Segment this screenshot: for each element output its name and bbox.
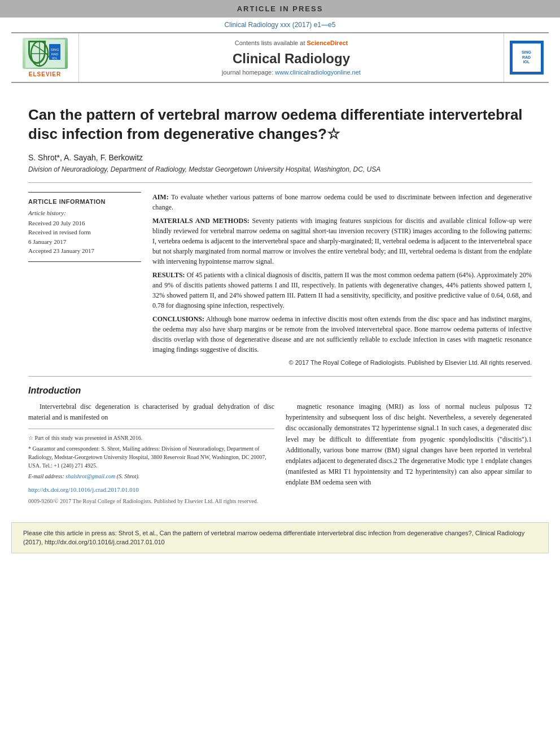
authors: S. Shrot*, A. Sayah, F. Berkowitz <box>28 153 532 162</box>
copyright-line: © 2017 The Royal College of Radiologists… <box>152 358 532 368</box>
radiology-logo-inner: SINGRADIOL <box>513 43 541 72</box>
footnotes-area: ☆ Part of this study was presented in AS… <box>28 429 274 505</box>
doi-link[interactable]: http://dx.doi.org/10.1016/j.crad.2017.01… <box>28 485 274 495</box>
journal-logo-section: SINGRADIOL <box>504 33 549 82</box>
intro-left-paragraph: Intervertebral disc degeneration is char… <box>28 401 274 423</box>
article-history-label: Article history: <box>28 209 141 216</box>
section-divider-2 <box>28 376 532 377</box>
authors-text: S. Shrot*, A. Sayah, F. Berkowitz <box>28 153 143 162</box>
article-revised-date: 6 January 2017 <box>28 237 141 247</box>
citation-bar: Please cite this article in press as: Sh… <box>11 522 549 553</box>
journal-homepage-prefix: journal homepage: <box>222 69 275 76</box>
radiology-logo-text: SINGRADIOL <box>522 50 531 64</box>
affiliation: Division of Neuroradiology, Department o… <box>28 165 532 173</box>
citation-text: Please cite this article in press as: Sh… <box>23 530 524 546</box>
elsevier-logo-image: SING RAD IOL <box>23 38 68 69</box>
results-paragraph: RESULTS: Of 45 patients with a clinical … <box>152 270 532 311</box>
footnote-star: ☆ Part of this study was presented in AS… <box>28 434 274 442</box>
conclusions-paragraph: CONCLUSIONS: Although bone marrow oedema… <box>152 314 532 355</box>
introduction-heading: Introduction <box>28 386 532 396</box>
article-info-title: ARTICLE INFORMATION <box>28 198 141 205</box>
science-direct-link[interactable]: ScienceDirect <box>307 40 348 46</box>
conclusions-text: Although bone marrow oedema in infective… <box>152 315 532 353</box>
results-text: Of 45 patients with a clinical diagnosis… <box>152 271 532 309</box>
right-column: AIM: To evaluate whether various pattern… <box>152 192 532 368</box>
abstract-section: AIM: To evaluate whether various pattern… <box>152 192 532 368</box>
footnote-asterisk: * Guarantor and correspondent: S. Shrot,… <box>28 444 274 470</box>
science-direct-line: Contents lists available at ScienceDirec… <box>235 40 348 46</box>
aim-label: AIM: <box>152 193 169 201</box>
issn-line: 0009-9260/© 2017 The Royal College of Ra… <box>28 497 274 505</box>
radiology-logo: SINGRADIOL <box>510 41 544 75</box>
svg-text:SING: SING <box>50 48 59 51</box>
aim-text: To evaluate whether various patterns of … <box>152 193 532 211</box>
results-label: RESULTS: <box>152 271 185 279</box>
left-column: ARTICLE INFORMATION Article history: Rec… <box>28 192 141 368</box>
journal-homepage-line: journal homepage: www.clinicalradiologyo… <box>222 69 361 76</box>
elsevier-logo-section: SING RAD IOL ELSEVIER <box>11 33 79 82</box>
article-received-date: Received 20 July 2016 <box>28 219 141 228</box>
journal-title-header: Clinical Radiology <box>233 51 350 67</box>
intro-left-column: Intervertebral disc degeneration is char… <box>28 401 274 505</box>
intro-right-paragraph: magnetic resonance imaging (MRI) as loss… <box>286 401 532 488</box>
email-label: E-mail address: <box>28 473 64 479</box>
article-in-press-banner: ARTICLE IN PRESS <box>0 0 560 18</box>
section-divider-1 <box>28 182 532 183</box>
banner-text: ARTICLE IN PRESS <box>237 5 323 13</box>
article-body: Can the pattern of vertebral marrow oede… <box>0 83 560 517</box>
elsevier-logo: SING RAD IOL ELSEVIER <box>23 38 68 77</box>
materials-paragraph: MATERIALS AND METHODS: Seventy patients … <box>152 216 532 267</box>
materials-label: MATERIALS AND METHODS: <box>152 217 250 225</box>
introduction-section: Introduction Intervertebral disc degener… <box>28 386 532 505</box>
email-person: (S. Shrot). <box>117 473 139 479</box>
journal-homepage-url[interactable]: www.clinicalradiologyonline.net <box>275 69 361 76</box>
footnote-email: E-mail address: shalshrot@gmail.com (S. … <box>28 472 274 480</box>
svg-text:RAD: RAD <box>51 53 58 56</box>
article-info-box: ARTICLE INFORMATION Article history: Rec… <box>28 192 141 262</box>
article-accepted-date: Accepted 23 January 2017 <box>28 246 141 256</box>
two-column-intro: Intervertebral disc degeneration is char… <box>28 401 532 505</box>
journal-ref-text: Clinical Radiology xxx (2017) e1—e5 <box>225 21 336 29</box>
intro-right-text: magnetic resonance imaging (MRI) as loss… <box>286 401 532 488</box>
article-revised-label: Received in revised form <box>28 228 141 237</box>
intro-right-column: magnetic resonance imaging (MRI) as loss… <box>286 401 532 505</box>
elsevier-text: ELSEVIER <box>29 71 61 77</box>
page: ARTICLE IN PRESS Clinical Radiology xxx … <box>0 0 560 747</box>
intro-left-text: Intervertebral disc degeneration is char… <box>28 401 274 423</box>
aim-paragraph: AIM: To evaluate whether various pattern… <box>152 192 532 212</box>
science-direct-prefix: Contents lists available at <box>235 40 307 46</box>
journal-header: SING RAD IOL ELSEVIER Contents lists ava… <box>11 32 549 83</box>
svg-point-1 <box>31 41 48 66</box>
journal-header-center: Contents lists available at ScienceDirec… <box>79 33 504 82</box>
article-title: Can the pattern of vertebral marrow oede… <box>28 106 532 144</box>
email-address[interactable]: shalshrot@gmail.com <box>65 473 115 479</box>
conclusions-label: CONCLUSIONS: <box>152 315 204 323</box>
svg-text:IOL: IOL <box>52 56 58 60</box>
journal-ref-line: Clinical Radiology xxx (2017) e1—e5 <box>0 18 560 32</box>
two-column-section: ARTICLE INFORMATION Article history: Rec… <box>28 192 532 368</box>
